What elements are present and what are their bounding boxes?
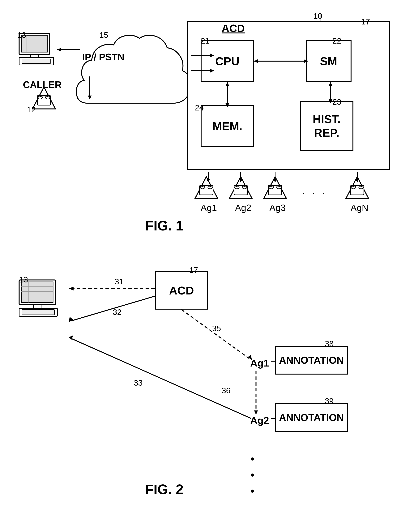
dots-fig1: . . . — [302, 183, 327, 197]
ref10: 10 — [313, 12, 322, 21]
cloud-to-acd-arrow2 — [191, 65, 214, 76]
svg-marker-25 — [57, 48, 61, 52]
hist-label: HIST. REP. — [313, 112, 341, 140]
svg-rect-8 — [31, 54, 38, 57]
ref32: 32 — [113, 308, 122, 317]
svg-marker-22 — [329, 99, 332, 103]
ag1-label-fig1: Ag1 — [201, 202, 217, 213]
cpu-label: CPU — [215, 55, 240, 68]
sm-hist-arrow — [325, 82, 336, 103]
ref36: 36 — [222, 386, 231, 395]
fig2-arrows — [12, 264, 394, 508]
svg-marker-27 — [210, 54, 214, 57]
svg-marker-54 — [239, 179, 243, 182]
cpu-sm-arrow — [254, 55, 308, 67]
ref31: 31 — [115, 277, 124, 286]
ref13-fig1: 13 — [17, 31, 26, 40]
ref12: 12 — [27, 105, 36, 114]
page: 10 IP / PSTN 15 13 — [0, 0, 418, 532]
acd-label-fig1: ACD — [222, 22, 245, 34]
svg-marker-17 — [304, 59, 308, 63]
cloud-to-computer-arrow — [57, 44, 80, 55]
agN-label-fig1: AgN — [350, 202, 368, 213]
fig2-label: FIG. 2 — [145, 482, 183, 497]
ref17-fig1: 17 — [361, 17, 370, 26]
svg-marker-31 — [88, 95, 92, 99]
ref21: 21 — [201, 36, 209, 46]
svg-marker-53 — [206, 179, 210, 182]
sm-box: SM — [306, 40, 351, 82]
svg-rect-10 — [22, 59, 51, 63]
ref35: 35 — [212, 324, 221, 333]
cloud-to-caller-arrow — [84, 76, 95, 99]
fig1-label: FIG. 1 — [145, 218, 183, 234]
cpu-mem-arrow — [222, 82, 233, 107]
fig2-container: 13 ACD 17 ANNOTATION 38 ANNOTATION 39 Ag… — [12, 264, 405, 520]
sm-label: SM — [320, 55, 337, 68]
ref33: 33 — [134, 378, 143, 388]
svg-marker-67 — [69, 287, 74, 290]
svg-line-70 — [71, 338, 251, 418]
svg-marker-20 — [225, 82, 229, 86]
ref15: 15 — [99, 31, 108, 40]
ag2-label-fig1: Ag2 — [235, 202, 251, 213]
hist-box: HIST. REP. — [300, 101, 353, 151]
svg-marker-29 — [210, 69, 214, 73]
network-label: IP / PSTN — [82, 52, 124, 63]
ref24: 24 — [195, 103, 204, 112]
ag3-label-fig1: Ag3 — [269, 202, 286, 213]
cloud-to-acd-arrow1 — [191, 50, 214, 61]
svg-line-72 — [182, 309, 250, 359]
svg-marker-19 — [225, 103, 229, 107]
ref22: 22 — [332, 36, 341, 46]
fig1-container: 10 IP / PSTN 15 13 — [12, 12, 405, 252]
svg-marker-56 — [355, 179, 359, 182]
svg-marker-23 — [329, 82, 332, 86]
mem-label: MEM. — [212, 120, 243, 133]
acd-to-agents-lines — [187, 170, 378, 185]
svg-marker-75 — [254, 411, 258, 415]
mem-box: MEM. — [201, 105, 254, 147]
svg-marker-16 — [254, 59, 258, 63]
svg-marker-55 — [273, 179, 277, 182]
svg-marker-73 — [248, 355, 252, 360]
